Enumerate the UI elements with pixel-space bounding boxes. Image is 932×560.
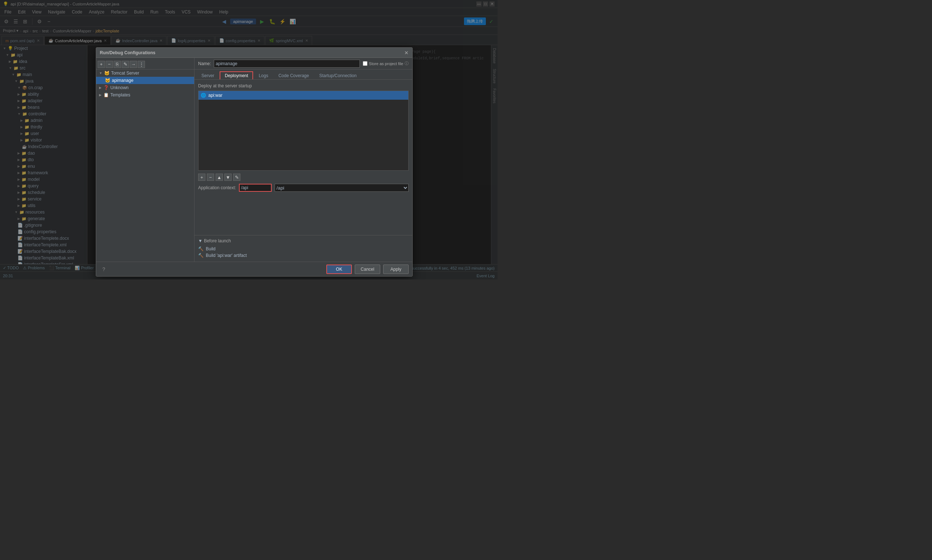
launch-item-artifact: 🔨 Build 'api:war' artifact: [198, 252, 409, 259]
dlg-sort-btn[interactable]: ⋮: [138, 61, 145, 68]
help-icon: ⓘ: [404, 61, 409, 66]
tab-deployment[interactable]: Deployment: [220, 71, 253, 79]
dlg-tree-unknown[interactable]: ▶ ❓ Unknown: [96, 84, 194, 91]
dlg-edit-btn[interactable]: ✎: [122, 61, 129, 68]
expand-icon: ▶: [99, 86, 102, 89]
tab-server[interactable]: Server: [197, 71, 219, 79]
launch-artifact-label: Build 'api:war' artifact: [206, 253, 247, 258]
dialog-close-button[interactable]: ✕: [404, 50, 409, 56]
expand-icon: ▼: [99, 71, 102, 75]
tab-code-coverage[interactable]: Code Coverage: [273, 71, 313, 79]
launch-build-label: Build: [206, 246, 216, 251]
store-label: Store as project file: [369, 62, 403, 66]
dialog-body: + − ⎘ ✎ → ⋮ ▼ 🐱 Tomcat Server 🐱 apimanag…: [96, 58, 412, 262]
app-context-input[interactable]: [239, 184, 272, 192]
deploy-actions: + − ▲ ▼ ✎: [198, 174, 409, 181]
unknown-icon: ❓: [103, 85, 109, 90]
launch-item-build: 🔨 Build: [198, 246, 409, 252]
dlg-apimanage-label: apimanage: [112, 78, 133, 83]
war-icon: 🌐: [201, 93, 206, 98]
name-row: Name: Store as project file ⓘ: [194, 58, 412, 69]
config-tabs: Server Deployment Logs Code Coverage Sta…: [194, 69, 412, 80]
deploy-down-btn[interactable]: ▼: [224, 174, 231, 181]
store-checkbox[interactable]: [363, 61, 367, 66]
ok-button[interactable]: OK: [326, 265, 352, 274]
dlg-tree-tomcat-server[interactable]: ▼ 🐱 Tomcat Server: [96, 69, 194, 77]
deploy-remove-btn[interactable]: −: [207, 174, 214, 181]
cancel-button[interactable]: Cancel: [355, 265, 380, 274]
dlg-tree-templates[interactable]: ▶ 📋 Templates: [96, 91, 194, 98]
dialog-left-panel: + − ⎘ ✎ → ⋮ ▼ 🐱 Tomcat Server 🐱 apimanag…: [96, 58, 194, 262]
app-context-dropdown[interactable]: /api: [275, 184, 409, 192]
run-debug-dialog: Run/Debug Configurations ✕ + − ⎘ ✎ → ⋮ ▼: [96, 47, 413, 277]
deploy-add-btn[interactable]: +: [198, 174, 205, 181]
before-launch-title: Before launch: [204, 238, 231, 243]
artifact-icon: 🔨: [198, 253, 204, 258]
dlg-tomcat-label: Tomcat Server: [111, 71, 139, 76]
store-check-container: Store as project file ⓘ: [363, 61, 409, 66]
dlg-remove-btn[interactable]: −: [106, 61, 113, 68]
dialog-footer: ? OK Cancel Apply: [96, 262, 412, 276]
collapse-icon: ▼: [198, 238, 202, 243]
tomcat-run-icon: 🐱: [105, 78, 110, 83]
name-label: Name:: [198, 61, 211, 66]
name-input[interactable]: [214, 60, 360, 68]
app-context-label: Application context:: [198, 185, 236, 190]
templates-icon: 📋: [103, 92, 109, 97]
deploy-edit-btn[interactable]: ✎: [233, 174, 241, 181]
before-launch-section: ▼ Before launch 🔨 Build 🔨 Build 'api:war…: [194, 235, 412, 262]
apply-button[interactable]: Apply: [383, 265, 409, 274]
dialog-right-panel: Name: Store as project file ⓘ Server Dep…: [194, 58, 412, 262]
dlg-add-btn[interactable]: +: [97, 61, 105, 68]
dialog-titlebar: Run/Debug Configurations ✕: [96, 48, 412, 58]
deploy-list: 🌐 api:war: [198, 91, 409, 171]
build-icon: 🔨: [198, 246, 204, 251]
expand-icon: ▶: [99, 93, 102, 97]
deploy-section-title: Deploy at the server startup: [198, 83, 409, 88]
tab-logs[interactable]: Logs: [254, 71, 273, 79]
tomcat-icon: 🐱: [104, 71, 110, 76]
dlg-tree-apimanage[interactable]: 🐱 apimanage: [96, 77, 194, 84]
dlg-copy-btn[interactable]: ⎘: [114, 61, 121, 68]
app-context-row: Application context: /api: [198, 184, 409, 192]
deploy-list-item-apiwar[interactable]: 🌐 api:war: [199, 91, 408, 100]
dialog-title: Run/Debug Configurations: [100, 50, 156, 55]
dialog-left-toolbar: + − ⎘ ✎ → ⋮: [96, 59, 194, 69]
before-launch-header[interactable]: ▼ Before launch: [198, 238, 409, 243]
dialog-help-btn[interactable]: ?: [100, 265, 108, 273]
dlg-templates-label: Templates: [110, 92, 130, 97]
deployment-content: Deploy at the server startup 🌐 api:war +…: [194, 80, 412, 235]
modal-overlay: Run/Debug Configurations ✕ + − ⎘ ✎ → ⋮ ▼: [0, 0, 497, 280]
tab-startup-connection[interactable]: Startup/Connection: [314, 71, 361, 79]
dlg-unknown-label: Unknown: [110, 85, 128, 90]
dlg-move-btn[interactable]: →: [130, 61, 137, 68]
deploy-item-label: api:war: [208, 93, 222, 98]
deploy-up-btn[interactable]: ▲: [216, 174, 223, 181]
